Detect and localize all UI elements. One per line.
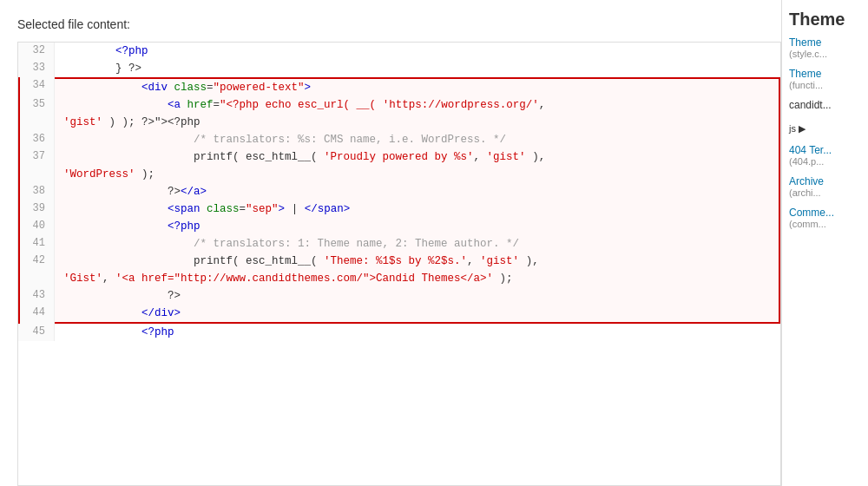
sidebar-sub-404: (404.p... — [789, 156, 861, 167]
line-number: 44 — [18, 305, 55, 324]
sidebar-sub-comments: (comm... — [789, 219, 861, 229]
table-row: 33 } ?> — [18, 60, 780, 77]
line-number: 36 — [18, 131, 55, 148]
sidebar-plain-candid: candidt... — [789, 99, 861, 111]
line-number: 38 — [18, 183, 55, 200]
sidebar-sub-functions: (functi... — [789, 80, 861, 90]
line-code: /* translators: %s: CMS name, i.e. WordP… — [55, 131, 780, 148]
sidebar-title: Theme — [789, 9, 861, 30]
table-row: 42 printf( esc_html__( 'Theme: %1$s by %… — [18, 253, 780, 287]
line-code: <a href="<?php echo esc_url( __( 'https:… — [55, 96, 780, 131]
sidebar: Theme Theme(style.c...Theme(functi...can… — [781, 0, 868, 486]
sidebar-plain-js[interactable]: js ▶ — [789, 123, 806, 134]
table-row: 38 ?></a> — [18, 183, 780, 200]
table-row: 40 <?php — [18, 218, 780, 235]
line-code: ?> — [55, 287, 780, 305]
sidebar-sub-style: (style.c... — [789, 49, 861, 59]
code-table: 32 <?php33 } ?>34 <div class="powered-te… — [18, 43, 780, 341]
table-row: 43 ?> — [18, 287, 780, 305]
sidebar-item-candid: candidt... — [789, 99, 861, 111]
sidebar-link-comments[interactable]: Comme... — [789, 207, 861, 219]
line-code: printf( esc_html__( 'Proudly powered by … — [55, 148, 780, 183]
section-title: Selected file content: — [17, 17, 781, 31]
main-content: Selected file content: 32 <?php33 } ?>34… — [0, 0, 781, 486]
sidebar-item-comments: Comme...(comm... — [789, 207, 861, 229]
line-number: 32 — [18, 43, 55, 60]
line-code: printf( esc_html__( 'Theme: %1$s by %2$s… — [55, 253, 780, 287]
line-code: ?></a> — [55, 183, 780, 200]
line-code: /* translators: 1: Theme name, 2: Theme … — [55, 235, 780, 253]
table-row: 45 <?php — [18, 324, 780, 341]
sidebar-item-style: Theme(style.c... — [789, 36, 861, 59]
sidebar-link-404[interactable]: 404 Ter... — [789, 144, 861, 156]
table-row: 32 <?php — [18, 43, 780, 60]
table-row: 34 <div class="powered-text"> — [18, 77, 780, 96]
sidebar-link-archive[interactable]: Archive — [789, 175, 861, 187]
line-number: 39 — [18, 200, 55, 218]
table-row: 41 /* translators: 1: Theme name, 2: The… — [18, 235, 780, 253]
table-row: 36 /* translators: %s: CMS name, i.e. Wo… — [18, 131, 780, 148]
sidebar-item-archive: Archive(archi... — [789, 175, 861, 198]
sidebar-link-style[interactable]: Theme — [789, 36, 861, 49]
line-number: 34 — [18, 77, 55, 96]
line-code: <?php — [55, 218, 780, 235]
table-row: 44 </div> — [18, 305, 780, 324]
line-number: 37 — [18, 148, 55, 183]
line-number: 42 — [18, 253, 55, 287]
line-code: } ?> — [55, 60, 780, 77]
line-number: 45 — [18, 324, 55, 341]
sidebar-item-js: js ▶ — [789, 120, 861, 135]
sidebar-item-404: 404 Ter...(404.p... — [789, 144, 861, 167]
line-number: 40 — [18, 218, 55, 235]
line-number: 41 — [18, 235, 55, 253]
line-code: <span class="sep"> | </span> — [55, 200, 780, 218]
code-scroll[interactable]: 32 <?php33 } ?>34 <div class="powered-te… — [18, 43, 780, 485]
table-row: 39 <span class="sep"> | </span> — [18, 200, 780, 218]
sidebar-link-functions[interactable]: Theme — [789, 68, 861, 80]
line-code: <?php — [55, 324, 780, 341]
table-row: 37 printf( esc_html__( 'Proudly powered … — [18, 148, 780, 183]
code-container: 32 <?php33 } ?>34 <div class="powered-te… — [17, 42, 781, 486]
line-code: <div class="powered-text"> — [55, 77, 780, 96]
sidebar-items: Theme(style.c...Theme(functi...candidt..… — [789, 36, 861, 229]
line-number: 43 — [18, 287, 55, 305]
sidebar-item-functions: Theme(functi... — [789, 68, 861, 90]
line-number: 33 — [18, 60, 55, 77]
sidebar-sub-archive: (archi... — [789, 187, 861, 198]
line-code: <?php — [55, 43, 780, 60]
table-row: 35 <a href="<?php echo esc_url( __( 'htt… — [18, 96, 780, 131]
line-number: 35 — [18, 96, 55, 131]
line-code: </div> — [55, 305, 780, 324]
